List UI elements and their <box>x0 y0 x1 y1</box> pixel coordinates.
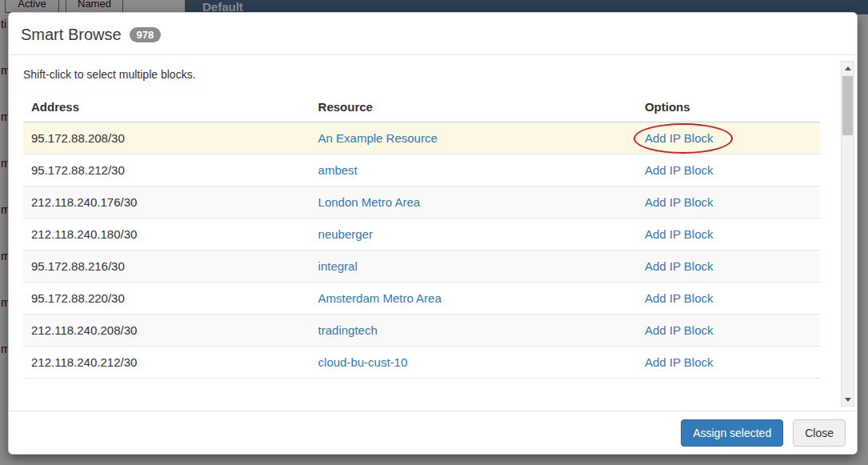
smart-browse-modal: Smart Browse 978 Shift-click to select m… <box>8 12 858 455</box>
count-badge: 978 <box>130 27 162 42</box>
down-arrow-icon <box>845 398 851 402</box>
modal-header: Smart Browse 978 <box>9 13 857 55</box>
table-row[interactable]: 95.172.88.208/30 An Example Resource Add… <box>23 122 820 154</box>
table-row[interactable]: 212.118.240.212/30 cloud-bu-cust-10 Add … <box>23 347 820 379</box>
table-row[interactable]: 95.172.88.212/30 ambest Add IP Block <box>23 154 820 186</box>
add-ip-block-link[interactable]: Add IP Block <box>645 291 714 305</box>
instructions-text: Shift-click to select multiple blocks. <box>23 68 820 81</box>
add-ip-block-link[interactable]: Add IP Block <box>645 355 714 369</box>
column-header-options: Options <box>637 92 820 122</box>
add-ip-block-link[interactable]: Add IP Block <box>645 227 714 241</box>
address-cell: 212.118.240.180/30 <box>23 218 310 251</box>
scroll-up-button[interactable] <box>842 62 854 74</box>
address-cell: 95.172.88.208/30 <box>23 122 310 154</box>
table-header-row: Address Resource Options <box>23 92 820 122</box>
assign-selected-button[interactable]: Assign selected <box>681 419 783 447</box>
column-header-resource: Resource <box>310 92 637 122</box>
resource-link[interactable]: Amsterdam Metro Area <box>318 291 442 305</box>
resource-link[interactable]: integral <box>318 259 358 273</box>
ip-block-table: Address Resource Options 95.172.88.208/3… <box>23 92 820 379</box>
table-row[interactable]: 212.118.240.208/30 tradingtech Add IP Bl… <box>23 315 820 347</box>
scroll-down-button[interactable] <box>842 393 854 406</box>
vertical-scrollbar[interactable] <box>841 61 854 407</box>
modal-body: Shift-click to select multiple blocks. A… <box>9 55 857 379</box>
modal-title: Smart Browse <box>21 26 122 44</box>
address-cell: 95.172.88.220/30 <box>23 283 310 315</box>
address-cell: 212.118.240.176/30 <box>23 186 310 218</box>
add-ip-block-link[interactable]: Add IP Block <box>645 163 714 177</box>
column-header-address: Address <box>23 92 310 122</box>
resource-link[interactable]: tradingtech <box>318 323 378 337</box>
address-cell: 95.172.88.216/30 <box>23 251 310 283</box>
table-row[interactable]: 95.172.88.220/30 Amsterdam Metro Area Ad… <box>23 283 820 315</box>
add-ip-block-link[interactable]: Add IP Block <box>645 131 714 145</box>
resource-link[interactable]: An Example Resource <box>318 131 438 145</box>
scrollbar-thumb[interactable] <box>842 76 853 135</box>
add-ip-block-link[interactable]: Add IP Block <box>645 259 714 273</box>
table-row[interactable]: 212.118.240.180/30 neuberger Add IP Bloc… <box>23 218 820 251</box>
up-arrow-icon <box>845 66 851 70</box>
address-cell: 95.172.88.212/30 <box>23 154 310 186</box>
add-ip-block-link[interactable]: Add IP Block <box>645 195 714 209</box>
add-ip-block-link[interactable]: Add IP Block <box>645 323 714 337</box>
table-row[interactable]: 212.118.240.176/30 London Metro Area Add… <box>23 186 820 218</box>
resource-link[interactable]: ambest <box>318 163 358 177</box>
resource-link[interactable]: London Metro Area <box>318 195 421 209</box>
address-cell: 212.118.240.212/30 <box>23 347 310 379</box>
resource-link[interactable]: cloud-bu-cust-10 <box>318 355 408 369</box>
address-cell: 212.118.240.208/30 <box>23 315 310 347</box>
table-row[interactable]: 95.172.88.216/30 integral Add IP Block <box>23 251 820 283</box>
close-button[interactable]: Close <box>793 419 846 447</box>
resource-link[interactable]: neuberger <box>318 227 373 241</box>
modal-footer: Assign selected Close <box>9 411 857 454</box>
